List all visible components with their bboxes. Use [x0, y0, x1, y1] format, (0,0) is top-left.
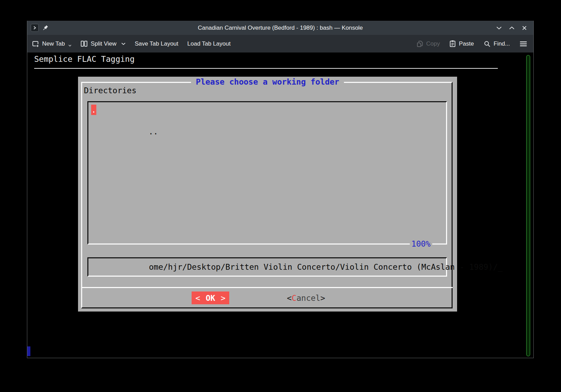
menu-button[interactable]	[520, 41, 527, 47]
minimize-button[interactable]	[495, 24, 503, 32]
desktop-background: Canadian Carnival Overture (Bedford - 19…	[0, 0, 561, 392]
window-title: Canadian Carnival Overture (Bedford - 19…	[27, 25, 533, 31]
save-tab-layout-label: Save Tab Layout	[135, 40, 178, 47]
path-input[interactable]: ome/hjr/Desktop/Britten Violin Concerto/…	[87, 257, 447, 277]
new-tab-button[interactable]: New Tab	[32, 40, 71, 47]
ok-right-bracket: >	[221, 294, 225, 303]
maximize-button[interactable]	[507, 24, 516, 32]
find-button[interactable]: Find...	[484, 40, 510, 47]
hamburger-icon	[520, 41, 527, 47]
paste-icon	[449, 40, 456, 47]
dialog-separator	[81, 287, 453, 288]
terminal-area[interactable]: Semplice FLAC Tagging Please choose a wo…	[27, 52, 533, 358]
directory-item-current[interactable]: .	[91, 105, 96, 115]
split-view-icon	[80, 40, 88, 47]
paste-label: Paste	[459, 40, 474, 47]
cancel-hotkey: C	[292, 294, 297, 303]
terminal-heading: Semplice FLAC Tagging	[34, 55, 135, 64]
toolbar: New Tab Split View Save Tab La	[27, 35, 533, 52]
directory-item-parent[interactable]: ..	[91, 116, 158, 147]
dialog-title: Please choose a working folder	[191, 77, 344, 87]
load-tab-layout-label: Load Tab Layout	[187, 40, 231, 47]
save-tab-layout-button[interactable]: Save Tab Layout	[135, 40, 178, 47]
ok-left-bracket: <	[195, 294, 200, 303]
list-progress-percent: 100%	[410, 239, 432, 249]
split-view-label: Split View	[91, 40, 116, 47]
input-cursor: _	[498, 262, 503, 271]
ok-label: OK	[206, 294, 215, 303]
ok-button[interactable]: < OK >	[192, 291, 229, 304]
terminal-scrollbar[interactable]	[526, 55, 530, 356]
copy-label: Copy	[426, 40, 440, 47]
new-tab-icon	[32, 40, 39, 47]
load-tab-layout-button[interactable]: Load Tab Layout	[187, 40, 231, 47]
directories-label: Directories	[84, 86, 136, 95]
search-icon	[484, 40, 491, 47]
find-label: Find...	[494, 40, 510, 47]
directory-list: . .. 100%	[87, 101, 447, 245]
konsole-window: Canadian Carnival Overture (Bedford - 19…	[27, 21, 534, 358]
terminal-cursor	[27, 346, 30, 356]
cancel-button[interactable]: < C ancel >	[287, 291, 325, 304]
new-tab-label: New Tab	[42, 40, 65, 47]
titlebar[interactable]: Canadian Carnival Overture (Bedford - 19…	[27, 21, 533, 35]
copy-icon	[417, 40, 423, 47]
path-value: ome/hjr/Desktop/Britten Violin Concerto/…	[149, 262, 498, 271]
folder-chooser-dialog: Please choose a working folder Directori…	[78, 77, 457, 312]
close-button[interactable]	[520, 24, 529, 32]
split-view-button[interactable]: Split View	[80, 40, 126, 47]
split-view-chevron-down-icon	[121, 42, 126, 45]
copy-button[interactable]: Copy	[417, 40, 440, 47]
paste-button[interactable]: Paste	[449, 40, 474, 47]
terminal-heading-rule	[34, 68, 498, 69]
new-tab-chevron-down-icon	[68, 45, 71, 47]
